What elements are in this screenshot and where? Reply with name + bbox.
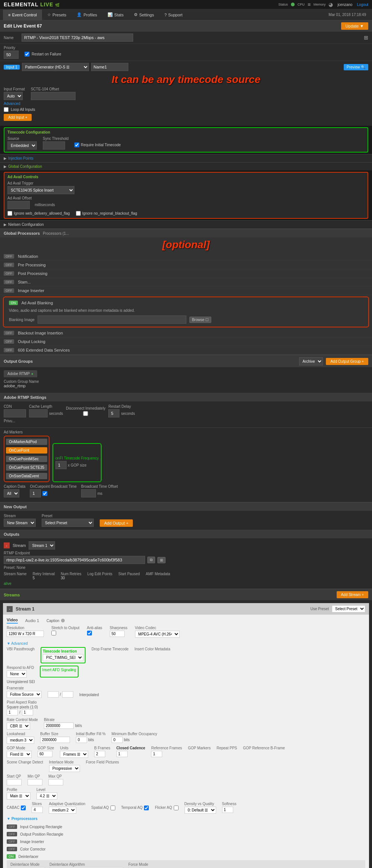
ad-avail-offset-input[interactable]: [7, 201, 30, 209]
input-format-select[interactable]: Auto: [4, 92, 23, 100]
start-qp-input[interactable]: [7, 779, 22, 785]
ad-avail-blanking-toggle[interactable]: ON: [9, 301, 18, 305]
units-select[interactable]: Frames ☰: [60, 751, 88, 758]
extended-data-toggle[interactable]: OFF: [4, 348, 14, 352]
stream-select[interactable]: Stream 1: [29, 541, 55, 550]
level-select[interactable]: 4.2 ☰: [36, 792, 57, 800]
reference-frames-input[interactable]: [151, 751, 162, 757]
ad-marker-onsserdata[interactable]: OnSserDataEvent: [6, 473, 47, 479]
post-processing-toggle[interactable]: OFF: [4, 271, 14, 276]
broadcast-time-input[interactable]: [81, 489, 96, 497]
notification-toggle[interactable]: OFF: [4, 254, 14, 259]
ad-avail-trigger-select[interactable]: SCTE104/35 Splice Insert: [7, 186, 74, 194]
closed-cadence-input[interactable]: [116, 751, 128, 757]
output-locking-toggle[interactable]: OFF: [4, 339, 14, 344]
gop-mode-select[interactable]: Fixed ☰: [7, 751, 32, 758]
stretch-output-checkbox[interactable]: [51, 631, 56, 635]
cabac-checkbox[interactable]: [21, 805, 26, 810]
nav-presets[interactable]: ☆ Presets: [42, 9, 71, 20]
new-output-stream-select[interactable]: New Stream: [4, 519, 36, 527]
blanking-image-input[interactable]: [38, 316, 186, 324]
framerate-select[interactable]: Follow Source: [7, 691, 42, 698]
add-input-button[interactable]: Add Input +: [4, 114, 32, 121]
add-stream-button[interactable]: Add Stream +: [337, 591, 368, 598]
stam-toggle[interactable]: OFF: [4, 280, 14, 284]
respond-afd-select[interactable]: None: [7, 670, 27, 678]
max-qp-input[interactable]: [48, 779, 63, 785]
ad-marker-oncuepointscte35[interactable]: OnCuePoint SCTE35: [6, 464, 47, 471]
scte-input[interactable]: [31, 92, 76, 100]
new-output-preset-select[interactable]: Select Preset: [42, 519, 94, 527]
nav-settings[interactable]: ⚙ Settings: [129, 9, 159, 20]
ad-marker-oncuepointadpod[interactable]: OnMarkerAdPod: [6, 439, 47, 445]
ar1-input[interactable]: [7, 709, 18, 715]
nav-profiles[interactable]: 👤 Profiles: [71, 9, 102, 20]
priority-input[interactable]: [4, 51, 19, 59]
framerate-den-input[interactable]: [62, 691, 73, 698]
external-rtmp-button[interactable]: ⊞: [157, 557, 166, 563]
input-name-input[interactable]: [91, 63, 128, 71]
oncuepoint-freq-input[interactable]: [55, 461, 67, 469]
caption-data-select[interactable]: All: [4, 489, 19, 497]
oncuepoint-broadcast-checkbox[interactable]: [42, 491, 47, 496]
restart-delay-input[interactable]: [108, 409, 119, 417]
ad-marker-oncuepoint[interactable]: OnCuePoint: [6, 447, 47, 454]
input-cropping-toggle[interactable]: OFF: [7, 824, 17, 829]
output-position-toggle[interactable]: OFF: [7, 832, 17, 836]
restart-checkbox[interactable]: [25, 52, 29, 57]
archive-select[interactable]: Archive: [299, 357, 323, 365]
copy-rtmp-button[interactable]: ⧉: [147, 557, 155, 563]
gop-size-input[interactable]: [38, 751, 52, 757]
preview-button[interactable]: Preview 🔍: [344, 64, 368, 70]
cache-length-input[interactable]: [29, 409, 48, 417]
nav-support[interactable]: ? Support: [159, 10, 188, 20]
initial-buffer-input[interactable]: [76, 737, 87, 743]
nav-stats[interactable]: 📊 Stats: [102, 9, 129, 20]
video-tab[interactable]: Video: [7, 618, 18, 624]
advanced-link[interactable]: Advanced: [4, 102, 20, 106]
cdn-input[interactable]: [4, 409, 26, 417]
temporal-aq-checkbox[interactable]: [144, 805, 149, 810]
b-frames-input[interactable]: [94, 751, 105, 757]
nav-event-control[interactable]: ≡ Event Control: [3, 10, 42, 20]
ad-marker-oncuepointmsec[interactable]: OnCuePointMSec: [6, 456, 47, 462]
regional-blackout-checkbox[interactable]: [76, 211, 81, 216]
adobe-rtmp-tab[interactable]: Adobe RTMP ●: [4, 370, 37, 377]
min-qp-input[interactable]: [28, 779, 42, 785]
update-button[interactable]: Update ▼: [341, 22, 368, 30]
add-output-button[interactable]: Add Output +: [100, 519, 133, 527]
audio-tab[interactable]: Audio 1: [25, 618, 39, 623]
collapse-stream-button[interactable]: -: [7, 606, 13, 612]
logout-link[interactable]: Logout: [357, 3, 368, 7]
require-initial-checkbox[interactable]: [74, 142, 79, 147]
advanced-video-toggle[interactable]: ▼ Advanced: [7, 640, 365, 647]
blackout-toggle[interactable]: OFF: [4, 331, 14, 335]
color-corrector-toggle[interactable]: OFF: [7, 847, 17, 851]
framerate-num-input[interactable]: [48, 691, 59, 698]
image-inserter-toggle[interactable]: OFF: [4, 288, 14, 293]
oncuepoint-broadcast-input[interactable]: [30, 489, 41, 497]
web-delivery-checkbox[interactable]: [7, 211, 12, 216]
pre-processing-toggle[interactable]: OFF: [4, 263, 14, 267]
flicker-aq-checkbox[interactable]: [174, 805, 179, 810]
timecode-source-select[interactable]: Embedded: [7, 141, 37, 150]
anti-alias-checkbox[interactable]: [87, 631, 92, 635]
input-source-select[interactable]: PatternGenerator (HD-S ☰: [22, 63, 89, 71]
resolution-input[interactable]: [7, 631, 44, 637]
rate-control-select[interactable]: CBR ☰: [7, 723, 30, 730]
add-output-group-button[interactable]: Add Output Group +: [326, 358, 368, 365]
preprocessors-toggle[interactable]: ▼ Preprocessors: [7, 817, 365, 821]
remove-stream-button[interactable]: -: [4, 542, 10, 548]
adaptive-q-select[interactable]: medium 2: [49, 807, 76, 814]
slices-input[interactable]: [32, 807, 43, 813]
profile-select[interactable]: Main ☰: [7, 792, 31, 800]
softness-input[interactable]: [222, 807, 233, 813]
stream1-preset-select[interactable]: Select Preset: [332, 605, 365, 612]
ar2-input[interactable]: [22, 709, 33, 715]
timecode-insertion-select[interactable]: PIC_TIMING_SEI: [43, 654, 83, 661]
name-input[interactable]: [22, 33, 133, 42]
interlace-select[interactable]: Progressive: [49, 765, 80, 772]
buffer-size-input[interactable]: [40, 737, 70, 743]
sharpness-input[interactable]: [110, 631, 125, 637]
browse-button[interactable]: Browse ☐: [189, 317, 211, 323]
